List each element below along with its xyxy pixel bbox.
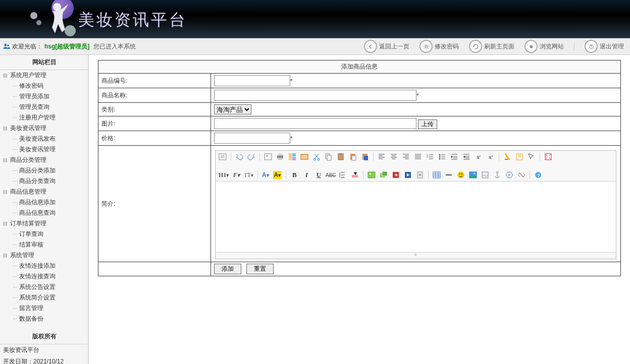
paste-icon[interactable] <box>337 153 345 161</box>
source-icon[interactable] <box>219 153 227 161</box>
indent-icon[interactable] <box>450 153 458 161</box>
globe-icon <box>524 40 538 53</box>
nav-item[interactable]: 商品信息添加 <box>3 197 88 208</box>
svg-rect-26 <box>364 156 368 160</box>
quickformat-icon[interactable] <box>515 153 523 161</box>
template-icon[interactable] <box>288 153 296 161</box>
back-icon <box>364 40 377 53</box>
outdent-icon[interactable] <box>462 153 470 161</box>
editor-textarea[interactable] <box>216 181 616 252</box>
editor-resize-handle[interactable]: ≡ <box>216 252 616 259</box>
rich-text-editor: 12 x² x² <box>215 150 616 259</box>
forecolor-icon[interactable]: A▾ <box>262 171 269 179</box>
selectall-icon[interactable] <box>528 153 536 161</box>
align-left-icon[interactable] <box>378 153 386 161</box>
paste-word-icon[interactable] <box>361 153 369 161</box>
refresh-button[interactable]: 刷新主页面 <box>469 40 514 53</box>
code-icon[interactable] <box>300 153 308 161</box>
link-icon[interactable] <box>505 171 513 179</box>
image-icon[interactable] <box>368 171 376 179</box>
nav-item[interactable]: 结算审核 <box>3 239 88 250</box>
undo-icon[interactable] <box>235 153 243 161</box>
emoji-icon[interactable] <box>457 171 465 179</box>
about-icon[interactable]: ? <box>534 171 542 179</box>
nav-item[interactable]: 数据备份 <box>3 314 88 324</box>
nav-item[interactable]: 友情连接查询 <box>3 271 88 282</box>
nav-item[interactable]: 留言管理 <box>3 303 88 314</box>
nav-group[interactable]: 商品信息管理 <box>3 187 88 197</box>
back-button[interactable]: 返回上一页 <box>364 40 409 53</box>
svg-point-29 <box>439 154 441 156</box>
input-image[interactable] <box>214 118 416 129</box>
view-site-button[interactable]: 浏览网站 <box>524 40 564 53</box>
media-icon[interactable] <box>404 171 412 179</box>
nav-group[interactable]: 系统用户管理 <box>3 70 88 81</box>
fullscreen-icon[interactable] <box>544 153 552 161</box>
nav-item[interactable]: 订单查询 <box>3 229 88 239</box>
align-justify-icon[interactable] <box>414 153 422 161</box>
upload-button[interactable]: 上传 <box>418 119 437 129</box>
list-ul-icon[interactable] <box>438 153 446 161</box>
removeformat-icon[interactable] <box>351 171 359 179</box>
nav-item[interactable]: 商品信息查询 <box>3 208 88 218</box>
align-center-icon[interactable] <box>390 153 398 161</box>
superscript-icon[interactable]: x² <box>487 153 495 161</box>
table-icon[interactable] <box>433 171 441 179</box>
nav-item[interactable]: 商品分类查询 <box>3 176 88 187</box>
svg-rect-11 <box>278 154 282 156</box>
nav-group[interactable]: 美妆资讯管理 <box>3 123 88 134</box>
cut-icon[interactable] <box>312 153 321 161</box>
nav-item[interactable]: 美妆资讯管理 <box>3 144 88 155</box>
map-icon[interactable] <box>481 171 489 179</box>
preview-icon[interactable] <box>264 153 272 161</box>
nav-item[interactable]: 修改密码 <box>3 81 88 91</box>
nav-item[interactable]: 商品分类添加 <box>3 165 88 176</box>
nav-group[interactable]: 商品分类管理 <box>3 155 88 165</box>
nav-group[interactable]: 订单结算管理 <box>3 218 88 229</box>
svg-point-2 <box>7 45 9 47</box>
align-right-icon[interactable] <box>402 153 410 161</box>
subscript-icon[interactable]: x² <box>475 153 483 161</box>
clearformat-icon[interactable] <box>503 153 511 161</box>
list-ol-icon[interactable]: 12 <box>426 153 434 161</box>
nav-item[interactable]: 注册用户管理 <box>3 112 88 123</box>
nav-group[interactable]: 系统管理 <box>3 250 88 261</box>
nav-item[interactable]: 管理员查询 <box>3 102 88 112</box>
nav-item[interactable]: 管理员添加 <box>3 91 88 102</box>
size-dropdown[interactable]: TT▾ <box>244 171 253 179</box>
logout-button[interactable]: 退出管理 <box>585 40 624 53</box>
flash-icon[interactable] <box>392 171 400 179</box>
nav-item[interactable]: 系统公告设置 <box>3 282 88 292</box>
lineheight-icon[interactable] <box>339 171 347 179</box>
change-password-button[interactable]: 修改密码 <box>419 40 459 53</box>
svg-rect-49 <box>482 172 488 178</box>
svg-rect-35 <box>368 172 375 178</box>
svg-rect-43 <box>433 172 440 178</box>
anchor-icon[interactable] <box>493 171 501 179</box>
reset-button[interactable]: 重置 <box>246 264 274 274</box>
input-price[interactable] <box>214 133 290 144</box>
copy-icon[interactable] <box>325 153 333 161</box>
hr-icon[interactable] <box>445 171 453 179</box>
paste-text-icon[interactable] <box>349 153 357 161</box>
italic-icon[interactable]: I <box>302 171 310 179</box>
unlink-icon[interactable] <box>517 171 526 179</box>
file-icon[interactable] <box>416 171 424 179</box>
input-sn[interactable] <box>214 75 290 86</box>
nav-item[interactable]: 友情连接添加 <box>3 261 88 271</box>
backcolor-icon[interactable]: A▾ <box>273 171 282 179</box>
select-category[interactable]: 海淘产品 <box>214 104 251 114</box>
print-icon[interactable] <box>276 153 284 161</box>
nav-item[interactable]: 系统简介设置 <box>3 292 88 303</box>
heading-dropdown[interactable]: H1▾ <box>219 171 229 179</box>
redo-icon[interactable] <box>247 153 255 161</box>
submit-button[interactable]: 添加 <box>214 264 241 274</box>
insertimage-icon[interactable] <box>469 171 477 179</box>
strike-icon[interactable]: ABC <box>327 171 335 179</box>
bold-icon[interactable]: B <box>290 171 298 179</box>
underline-icon[interactable]: U <box>314 171 323 179</box>
input-name[interactable] <box>214 90 416 101</box>
font-dropdown[interactable]: F▾ <box>233 171 240 179</box>
nav-item[interactable]: 美妆资讯发布 <box>3 134 88 144</box>
multiimage-icon[interactable] <box>380 171 388 179</box>
